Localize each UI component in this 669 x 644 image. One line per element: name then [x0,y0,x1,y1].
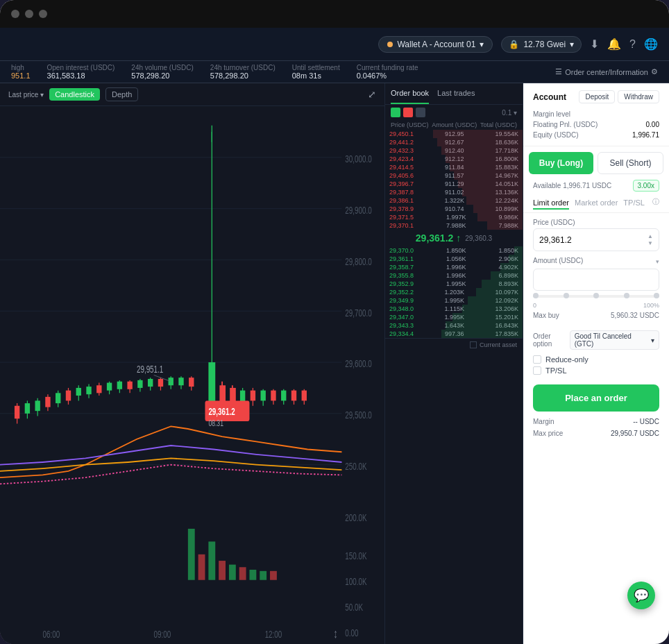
place-order-btn[interactable]: Place an order [533,384,659,412]
ob-size[interactable]: 0.1 ▾ [502,109,517,117]
tab-lasttrades[interactable]: Last trades [437,83,475,104]
bid-row[interactable]: 29,348.01.115K13.206K [385,305,523,313]
svg-text:100.0K: 100.0K [345,576,367,587]
order-info-icon[interactable]: ⓘ [652,197,659,210]
ask-row[interactable]: 29,414.5911.8415.883K [385,163,523,171]
current-asset-checkbox[interactable] [470,341,477,348]
tpsl-checkbox[interactable] [533,366,541,375]
bid-row[interactable]: 29,343.31.643K16.843K [385,321,523,330]
withdraw-btn[interactable]: Withdraw [618,90,659,103]
deposit-btn[interactable]: Deposit [579,90,615,103]
bid-row[interactable]: 29,349.91.995K12.092K [385,296,523,305]
tab-orderbook[interactable]: Order book [391,83,429,104]
reduce-only-checkbox[interactable] [533,355,541,364]
svg-rect-70 [188,529,195,580]
globe-icon[interactable]: 🌐 [644,37,658,51]
order-option-label: Order option [533,332,570,348]
dot-2 [25,10,33,18]
prog-dot-50[interactable] [593,293,599,298]
buy-long-btn[interactable]: Buy (Long) [529,152,593,174]
ob-icon-bid[interactable] [416,108,425,117]
ask-row[interactable]: 29,387.8911.0213.136K [385,188,523,196]
wallet-selector[interactable]: Wallet A - Account 01 ▾ [378,36,493,53]
svg-rect-25 [86,387,91,394]
prog-label-100: 100% [643,302,659,309]
bid-row[interactable]: 29,370.01.850K1.850K [385,246,523,255]
prog-dot-0[interactable] [533,293,539,298]
svg-rect-78 [270,571,277,580]
ask-row[interactable]: 29,423.4912.1216.800K [385,155,523,163]
bid-row[interactable]: 29,361.11.056K2.906K [385,255,523,263]
download-icon[interactable]: ⬇ [590,37,599,51]
ask-row[interactable]: 29,396.7911.2914.051K [385,180,523,188]
progress-track [533,295,659,298]
bid-row[interactable]: 29,352.21.203K10.097K [385,288,523,296]
svg-rect-64 [302,391,307,401]
max-buy-row: Max buy 5,960.32 USDC [533,309,659,322]
order-center-gear-icon: ⚙ [651,67,658,76]
max-buy-value: 5,960.32 USDC [611,312,659,319]
bid-row[interactable]: 29,358.71.996K4.902K [385,263,523,271]
ob-icon-ask[interactable] [403,108,413,117]
last-price-label[interactable]: Last price ▾ [8,91,44,99]
amount-row: Amount (USDC) ▾ [533,257,659,266]
ask-row[interactable]: 29,386.11.322K12.224K [385,196,523,205]
ask-row[interactable]: 29,378.9910.7410.899K [385,205,523,213]
order-center-btn[interactable]: ☰ Order center/Information ⚙ [555,67,658,76]
tpsl-row: TP/SL [533,366,659,375]
svg-text:08.31: 08.31 [208,418,223,428]
prog-dot-75[interactable] [624,293,629,298]
progress-dots [533,293,659,298]
floating-pnl-value: 0.00 [646,121,659,128]
sell-short-btn[interactable]: Sell (Short) [598,152,663,174]
price-up-arrow[interactable]: ▲ [647,233,653,239]
expand-icon[interactable]: ⤢ [368,89,376,100]
ask-row[interactable]: 29,432.3912.4017.718K [385,146,523,155]
bid-row[interactable]: 29,355.81.996K6.898K [385,271,523,280]
bell-icon[interactable]: 🔔 [607,37,621,51]
bid-row[interactable]: 29,352.91.995K8.893K [385,280,523,288]
depth-btn[interactable]: Depth [105,87,138,101]
chat-btn[interactable]: 💬 [627,582,655,609]
svg-text:30,000.0: 30,000.0 [345,153,371,164]
prog-dot-25[interactable] [564,293,569,298]
bid-row[interactable]: 29,347.01.995K15.201K [385,313,523,321]
ask-row[interactable]: 29,405.6911.5714.967K [385,171,523,180]
svg-text:06:00: 06:00 [43,629,60,640]
tab-tpsl[interactable]: TP/SL [623,197,645,210]
max-price-value: 29,950.7 USDC [611,430,659,437]
ask-row[interactable]: 29,370.17.988K7.988K [385,221,523,230]
prog-label-0: 0 [533,302,536,309]
svg-rect-31 [117,382,122,389]
gwei-selector[interactable]: 🔒 12.78 Gwei ▾ [501,36,582,53]
help-icon[interactable]: ? [629,38,636,51]
chart-section: Last price ▾ Candlestick Depth ⤢ [0,83,384,644]
mid-price: 29,361.2 ↑ 29,360.3 [385,230,523,246]
prog-dot-100[interactable] [654,293,659,298]
tab-limit-order[interactable]: Limit order [533,197,569,210]
leverage-badge[interactable]: 3.00x [633,180,659,192]
price-input[interactable]: 29,361.2 ▲ ▼ [533,228,659,251]
ask-row[interactable]: 29,441.2912.6718.636K [385,138,523,146]
candlestick-btn[interactable]: Candlestick [49,88,100,101]
ask-row[interactable]: 29,371.51.997K9.986K [385,213,523,221]
current-asset-row: Current asset [385,338,523,351]
price-down-arrow[interactable]: ▼ [647,240,653,246]
content-area: Last price ▾ Candlestick Depth ⤢ [0,83,669,644]
ob-icon-both[interactable] [391,108,400,117]
svg-rect-11 [15,406,19,418]
gwei-value: 12.78 Gwei [523,40,566,49]
stat-high: high 951.1 [11,64,31,80]
amount-input[interactable] [533,269,659,291]
tab-market-order[interactable]: Market order [575,197,618,210]
ask-row[interactable]: 29,450.1912.9519.554K [385,130,523,138]
equity-label: Equity (USDC) [533,131,579,139]
chart-inner: 29,951.1 29,361.2 08.31 [0,106,384,644]
col-amount: Amount (USDC) [432,121,477,128]
svg-rect-35 [137,380,142,388]
amount-dropdown-icon[interactable]: ▾ [656,258,659,265]
chart-svg: 29,951.1 29,361.2 08.31 [0,106,384,644]
account-bar: Account Deposit Withdraw [523,83,669,108]
bid-row[interactable]: 29,334.4997.3617.835K [385,330,523,338]
order-option-select[interactable]: Good Til Canceled (GTC) ▾ [570,330,659,350]
